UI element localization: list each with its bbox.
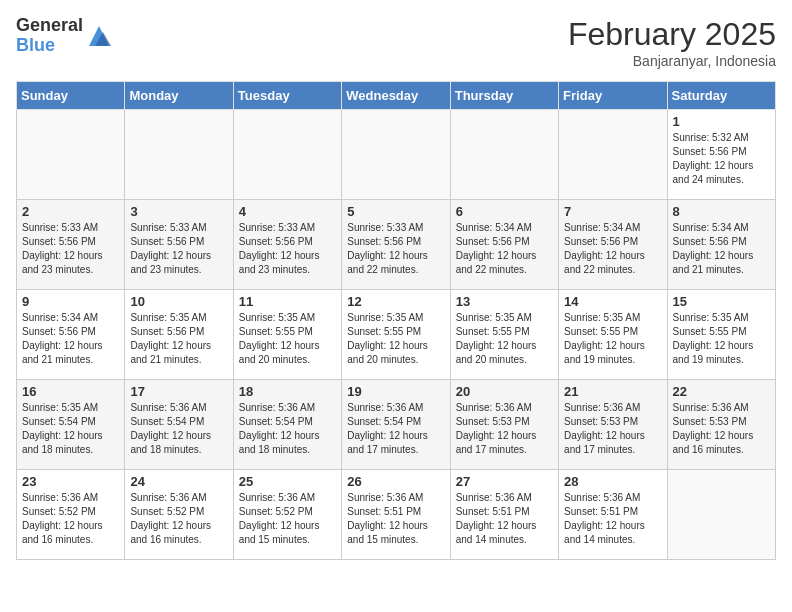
day-number: 28: [564, 474, 661, 489]
day-info: Sunrise: 5:34 AM Sunset: 5:56 PM Dayligh…: [673, 221, 770, 277]
calendar-day-cell: 21Sunrise: 5:36 AM Sunset: 5:53 PM Dayli…: [559, 380, 667, 470]
day-number: 14: [564, 294, 661, 309]
column-header-thursday: Thursday: [450, 82, 558, 110]
column-header-saturday: Saturday: [667, 82, 775, 110]
calendar-day-cell: [125, 110, 233, 200]
day-number: 2: [22, 204, 119, 219]
calendar-day-cell: 14Sunrise: 5:35 AM Sunset: 5:55 PM Dayli…: [559, 290, 667, 380]
calendar-day-cell: 4Sunrise: 5:33 AM Sunset: 5:56 PM Daylig…: [233, 200, 341, 290]
calendar-header-row: SundayMondayTuesdayWednesdayThursdayFrid…: [17, 82, 776, 110]
day-info: Sunrise: 5:36 AM Sunset: 5:53 PM Dayligh…: [456, 401, 553, 457]
calendar-day-cell: 7Sunrise: 5:34 AM Sunset: 5:56 PM Daylig…: [559, 200, 667, 290]
day-number: 7: [564, 204, 661, 219]
calendar-day-cell: 6Sunrise: 5:34 AM Sunset: 5:56 PM Daylig…: [450, 200, 558, 290]
day-number: 1: [673, 114, 770, 129]
column-header-tuesday: Tuesday: [233, 82, 341, 110]
day-info: Sunrise: 5:36 AM Sunset: 5:51 PM Dayligh…: [564, 491, 661, 547]
day-number: 9: [22, 294, 119, 309]
day-info: Sunrise: 5:33 AM Sunset: 5:56 PM Dayligh…: [239, 221, 336, 277]
day-number: 20: [456, 384, 553, 399]
calendar-week-row: 2Sunrise: 5:33 AM Sunset: 5:56 PM Daylig…: [17, 200, 776, 290]
calendar-week-row: 16Sunrise: 5:35 AM Sunset: 5:54 PM Dayli…: [17, 380, 776, 470]
day-info: Sunrise: 5:33 AM Sunset: 5:56 PM Dayligh…: [22, 221, 119, 277]
title-block: February 2025 Banjaranyar, Indonesia: [568, 16, 776, 69]
day-number: 5: [347, 204, 444, 219]
day-number: 25: [239, 474, 336, 489]
day-number: 10: [130, 294, 227, 309]
column-header-friday: Friday: [559, 82, 667, 110]
calendar-day-cell: 15Sunrise: 5:35 AM Sunset: 5:55 PM Dayli…: [667, 290, 775, 380]
calendar-day-cell: 27Sunrise: 5:36 AM Sunset: 5:51 PM Dayli…: [450, 470, 558, 560]
day-info: Sunrise: 5:36 AM Sunset: 5:51 PM Dayligh…: [456, 491, 553, 547]
day-info: Sunrise: 5:35 AM Sunset: 5:55 PM Dayligh…: [456, 311, 553, 367]
calendar-day-cell: 20Sunrise: 5:36 AM Sunset: 5:53 PM Dayli…: [450, 380, 558, 470]
day-info: Sunrise: 5:35 AM Sunset: 5:54 PM Dayligh…: [22, 401, 119, 457]
day-info: Sunrise: 5:34 AM Sunset: 5:56 PM Dayligh…: [22, 311, 119, 367]
calendar-day-cell: [17, 110, 125, 200]
day-number: 22: [673, 384, 770, 399]
calendar-day-cell: 2Sunrise: 5:33 AM Sunset: 5:56 PM Daylig…: [17, 200, 125, 290]
calendar-day-cell: 23Sunrise: 5:36 AM Sunset: 5:52 PM Dayli…: [17, 470, 125, 560]
day-number: 21: [564, 384, 661, 399]
calendar-week-row: 23Sunrise: 5:36 AM Sunset: 5:52 PM Dayli…: [17, 470, 776, 560]
day-info: Sunrise: 5:34 AM Sunset: 5:56 PM Dayligh…: [456, 221, 553, 277]
calendar-day-cell: [667, 470, 775, 560]
location: Banjaranyar, Indonesia: [568, 53, 776, 69]
calendar-day-cell: 25Sunrise: 5:36 AM Sunset: 5:52 PM Dayli…: [233, 470, 341, 560]
calendar-day-cell: [233, 110, 341, 200]
day-number: 11: [239, 294, 336, 309]
day-info: Sunrise: 5:34 AM Sunset: 5:56 PM Dayligh…: [564, 221, 661, 277]
calendar-day-cell: 28Sunrise: 5:36 AM Sunset: 5:51 PM Dayli…: [559, 470, 667, 560]
calendar-week-row: 1Sunrise: 5:32 AM Sunset: 5:56 PM Daylig…: [17, 110, 776, 200]
calendar-day-cell: 12Sunrise: 5:35 AM Sunset: 5:55 PM Dayli…: [342, 290, 450, 380]
day-info: Sunrise: 5:36 AM Sunset: 5:53 PM Dayligh…: [564, 401, 661, 457]
day-number: 23: [22, 474, 119, 489]
calendar-day-cell: [450, 110, 558, 200]
day-info: Sunrise: 5:35 AM Sunset: 5:56 PM Dayligh…: [130, 311, 227, 367]
calendar-day-cell: 11Sunrise: 5:35 AM Sunset: 5:55 PM Dayli…: [233, 290, 341, 380]
day-number: 8: [673, 204, 770, 219]
logo: General Blue: [16, 16, 113, 56]
column-header-wednesday: Wednesday: [342, 82, 450, 110]
calendar-day-cell: 13Sunrise: 5:35 AM Sunset: 5:55 PM Dayli…: [450, 290, 558, 380]
day-number: 19: [347, 384, 444, 399]
calendar-day-cell: 24Sunrise: 5:36 AM Sunset: 5:52 PM Dayli…: [125, 470, 233, 560]
calendar-day-cell: [559, 110, 667, 200]
month-title: February 2025: [568, 16, 776, 53]
calendar-day-cell: 18Sunrise: 5:36 AM Sunset: 5:54 PM Dayli…: [233, 380, 341, 470]
logo-blue-text: Blue: [16, 36, 83, 56]
calendar-day-cell: 16Sunrise: 5:35 AM Sunset: 5:54 PM Dayli…: [17, 380, 125, 470]
calendar-day-cell: 19Sunrise: 5:36 AM Sunset: 5:54 PM Dayli…: [342, 380, 450, 470]
calendar-table: SundayMondayTuesdayWednesdayThursdayFrid…: [16, 81, 776, 560]
calendar-day-cell: 17Sunrise: 5:36 AM Sunset: 5:54 PM Dayli…: [125, 380, 233, 470]
day-info: Sunrise: 5:33 AM Sunset: 5:56 PM Dayligh…: [347, 221, 444, 277]
column-header-sunday: Sunday: [17, 82, 125, 110]
day-number: 4: [239, 204, 336, 219]
day-info: Sunrise: 5:35 AM Sunset: 5:55 PM Dayligh…: [673, 311, 770, 367]
day-info: Sunrise: 5:35 AM Sunset: 5:55 PM Dayligh…: [347, 311, 444, 367]
calendar-day-cell: 5Sunrise: 5:33 AM Sunset: 5:56 PM Daylig…: [342, 200, 450, 290]
day-info: Sunrise: 5:36 AM Sunset: 5:54 PM Dayligh…: [347, 401, 444, 457]
logo-general-text: General: [16, 16, 83, 36]
calendar-day-cell: 10Sunrise: 5:35 AM Sunset: 5:56 PM Dayli…: [125, 290, 233, 380]
day-info: Sunrise: 5:36 AM Sunset: 5:54 PM Dayligh…: [239, 401, 336, 457]
day-info: Sunrise: 5:33 AM Sunset: 5:56 PM Dayligh…: [130, 221, 227, 277]
day-number: 15: [673, 294, 770, 309]
day-info: Sunrise: 5:32 AM Sunset: 5:56 PM Dayligh…: [673, 131, 770, 187]
day-number: 16: [22, 384, 119, 399]
day-number: 17: [130, 384, 227, 399]
day-info: Sunrise: 5:35 AM Sunset: 5:55 PM Dayligh…: [239, 311, 336, 367]
calendar-day-cell: 9Sunrise: 5:34 AM Sunset: 5:56 PM Daylig…: [17, 290, 125, 380]
day-number: 18: [239, 384, 336, 399]
day-info: Sunrise: 5:36 AM Sunset: 5:52 PM Dayligh…: [130, 491, 227, 547]
day-number: 3: [130, 204, 227, 219]
day-info: Sunrise: 5:36 AM Sunset: 5:51 PM Dayligh…: [347, 491, 444, 547]
day-info: Sunrise: 5:36 AM Sunset: 5:52 PM Dayligh…: [22, 491, 119, 547]
column-header-monday: Monday: [125, 82, 233, 110]
day-info: Sunrise: 5:36 AM Sunset: 5:52 PM Dayligh…: [239, 491, 336, 547]
page-header: General Blue February 2025 Banjaranyar, …: [16, 16, 776, 69]
calendar-week-row: 9Sunrise: 5:34 AM Sunset: 5:56 PM Daylig…: [17, 290, 776, 380]
day-number: 27: [456, 474, 553, 489]
calendar-day-cell: 3Sunrise: 5:33 AM Sunset: 5:56 PM Daylig…: [125, 200, 233, 290]
day-number: 26: [347, 474, 444, 489]
